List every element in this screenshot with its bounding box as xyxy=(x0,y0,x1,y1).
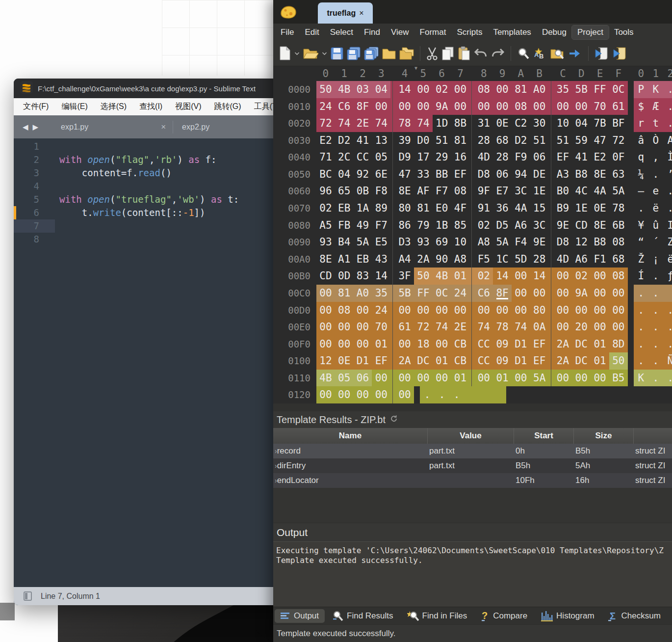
hex-byte[interactable]: D9 xyxy=(395,149,414,166)
hex-byte[interactable]: D1 xyxy=(354,352,372,370)
hex-byte[interactable]: CD xyxy=(316,268,335,285)
hex-byte[interactable]: 01 xyxy=(372,336,390,353)
hex-byte[interactable]: DC xyxy=(572,352,591,370)
hex-byte[interactable]: 2A xyxy=(554,352,572,370)
hex-byte[interactable]: A3 xyxy=(554,166,572,183)
hex-byte[interactable]: 74 xyxy=(372,115,390,132)
hex-byte[interactable]: 51 xyxy=(433,132,451,149)
hex-byte[interactable]: 8F xyxy=(354,98,372,115)
run-template-icon[interactable] xyxy=(594,47,609,60)
hex-byte[interactable]: 4A xyxy=(591,183,609,200)
template-row-endLocator[interactable]: ›endLocator10Fh16hstruct ZI xyxy=(273,473,672,488)
ascii-char[interactable]: ¡ xyxy=(648,251,663,268)
hex-byte[interactable]: A6 xyxy=(512,217,530,234)
menu-item-find[interactable]: Find xyxy=(359,26,386,39)
hex-byte[interactable]: E0 xyxy=(433,200,451,217)
hex-byte[interactable]: E7 xyxy=(493,183,512,200)
hex-byte[interactable]: 4B xyxy=(316,370,335,387)
hex-byte[interactable]: 94 xyxy=(512,166,530,183)
hex-byte[interactable]: 63 xyxy=(609,166,628,183)
menu-item-edit[interactable]: Edit xyxy=(299,26,324,39)
file-tab-trueflag[interactable]: trueflag × xyxy=(318,2,373,24)
hex-byte[interactable]: FF xyxy=(591,81,609,98)
bottom-tab-checksum[interactable]: ΣChecksum xyxy=(602,608,667,624)
hex-byte[interactable]: 0C xyxy=(609,81,628,98)
hex-byte[interactable]: 02 xyxy=(474,268,493,285)
ascii-char[interactable]: ë xyxy=(648,200,663,217)
ascii-char[interactable]: P xyxy=(634,81,648,98)
paste-icon[interactable] xyxy=(458,46,470,61)
tab-close-icon[interactable]: × xyxy=(161,122,166,132)
hex-byte[interactable]: 00 xyxy=(474,98,493,115)
hex-byte[interactable]: 00 xyxy=(554,370,572,387)
refresh-icon[interactable] xyxy=(390,415,398,425)
hex-byte[interactable]: 47 xyxy=(395,166,414,183)
menu-item-debug[interactable]: Debug xyxy=(537,26,572,39)
menu-item[interactable]: 选择(S) xyxy=(94,102,133,112)
hex-byte[interactable]: 5A xyxy=(609,183,628,200)
hex-byte[interactable]: C2 xyxy=(512,115,530,132)
hex-byte[interactable]: EF xyxy=(451,166,470,183)
column-header-value[interactable]: Value xyxy=(428,428,514,444)
ascii-char[interactable]: ë xyxy=(663,251,672,268)
hex-byte[interactable]: 93 xyxy=(414,234,433,251)
hex-byte[interactable]: 00 xyxy=(372,98,390,115)
hex-byte[interactable]: 04 xyxy=(335,166,354,183)
hex-byte[interactable]: 00 xyxy=(493,302,512,319)
hex-byte[interactable]: 00 xyxy=(474,302,493,319)
hex-byte[interactable]: 72 xyxy=(316,115,335,132)
bottom-tab-histogram[interactable]: Histogram xyxy=(535,609,600,623)
template-row-record[interactable]: ›recordpart.txt0hB5hstruct ZI xyxy=(273,444,672,458)
ascii-char[interactable]: . xyxy=(663,200,672,217)
hex-byte[interactable]: 49 xyxy=(354,217,372,234)
hex-byte[interactable]: 00 xyxy=(433,336,451,353)
ascii-char[interactable]: ƒ xyxy=(663,268,672,285)
bottom-tab-find-in-files[interactable]: Find in Files xyxy=(401,609,473,623)
ascii-char[interactable]: . xyxy=(648,285,663,302)
hex-byte[interactable]: 3C xyxy=(512,183,530,200)
ascii-char[interactable]: . xyxy=(648,352,663,370)
hex-byte[interactable]: 08 xyxy=(451,183,470,200)
hex-byte[interactable]: 00 xyxy=(591,302,609,319)
hex-byte[interactable]: 03 xyxy=(354,81,372,98)
hex-byte[interactable]: 2A xyxy=(395,352,414,370)
hex-byte[interactable]: 00 xyxy=(414,302,433,319)
run-script-icon[interactable] xyxy=(613,47,627,60)
hex-byte[interactable]: B5 xyxy=(609,370,628,387)
hex-byte[interactable]: 1E xyxy=(530,183,549,200)
hex-byte[interactable]: 8E xyxy=(591,217,609,234)
new-file-icon[interactable] xyxy=(279,46,291,60)
hex-byte[interactable]: A4 xyxy=(395,251,414,268)
hex-byte[interactable]: E2 xyxy=(591,149,609,166)
ascii-char[interactable]: â xyxy=(634,132,648,149)
ascii-char[interactable]: q xyxy=(634,149,648,166)
hex-byte[interactable]: D1 xyxy=(512,352,530,370)
hex-byte[interactable]: 6E xyxy=(372,166,390,183)
hex-byte[interactable]: 85 xyxy=(451,217,470,234)
hex-byte[interactable]: EF xyxy=(530,352,549,370)
hex-byte[interactable]: 00 xyxy=(395,98,414,115)
hex-byte[interactable]: B8 xyxy=(572,166,591,183)
hex-byte[interactable]: 4D xyxy=(554,251,572,268)
hex-byte[interactable]: 92 xyxy=(354,166,372,183)
ascii-char[interactable]: . xyxy=(663,81,672,98)
hex-byte[interactable]: 20 xyxy=(572,319,591,336)
hex-byte[interactable]: D8 xyxy=(554,234,572,251)
ascii-char[interactable]: . xyxy=(648,268,663,285)
ascii-char[interactable]: $ xyxy=(634,98,648,115)
hex-byte[interactable]: 08 xyxy=(335,302,354,319)
hex-byte[interactable]: 65 xyxy=(335,183,354,200)
hex-byte[interactable]: 68 xyxy=(609,251,628,268)
menu-item-scripts[interactable]: Scripts xyxy=(451,26,488,39)
output-console[interactable]: Executing template 'C:\Users\24062\Docum… xyxy=(273,541,672,607)
menu-item[interactable]: 跳转(G) xyxy=(208,102,248,112)
hex-byte[interactable]: 61 xyxy=(395,319,414,336)
ascii-char[interactable]: I xyxy=(663,217,672,234)
hex-byte[interactable]: 06 xyxy=(493,166,512,183)
copy-icon[interactable] xyxy=(441,47,454,60)
hex-byte[interactable]: 15 xyxy=(530,200,549,217)
hex-byte[interactable]: B0 xyxy=(554,183,572,200)
hex-byte[interactable]: 01 xyxy=(433,352,451,370)
hex-byte[interactable]: 35 xyxy=(372,285,390,302)
hex-byte[interactable]: 50 xyxy=(609,352,628,370)
